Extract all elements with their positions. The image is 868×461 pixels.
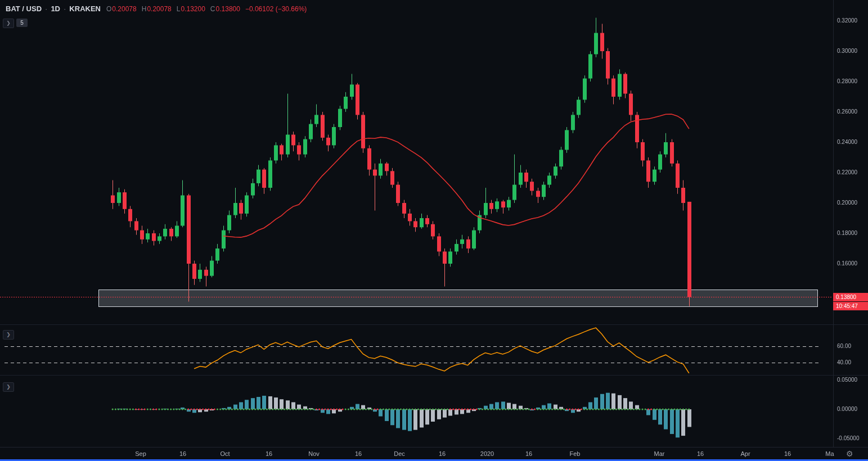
time-axis-tick: Feb [570,450,581,457]
main-pane-controls: ❯ 5 [3,19,28,28]
chevron-right-icon[interactable]: ❯ [3,330,14,340]
symbol-name: BAT / USD [6,4,42,13]
price-axis-label: 0.24000 [837,139,857,146]
time-axis-tick: 16 [266,450,272,457]
time-axis-tick: Mar [654,450,665,457]
price-axis-label: 0.22000 [837,169,857,176]
time-axis-tick: 16 [525,450,532,457]
close-value: 0.13800 [216,5,240,13]
rsi-axis-label: 60.00 [837,343,851,350]
price-axis-label: 0.30000 [837,48,857,55]
price-axis-label: 0.28000 [837,78,857,85]
ohlc-readout: O0.20078 H0.20078 L0.13200 C0.13800 −0.0… [106,5,307,13]
high-value: 0.20078 [147,5,171,13]
price-axis-label: 0.18000 [837,230,857,237]
separator-dot: · [64,4,66,13]
time-axis-tick: Dec [394,450,405,457]
time-axis-tick: Apr [740,450,750,457]
interval-label: 1D [51,4,60,13]
low-value: 0.13200 [181,5,205,13]
chevron-right-icon[interactable]: ❯ [3,19,14,28]
macd-axis-label: -0.05000 [837,435,859,442]
rsi-axis-label: 40.00 [837,359,851,366]
open-label: O [106,5,111,13]
price-axis-label: 0.20000 [837,200,857,206]
symbol-title[interactable]: BAT / USD · 1D · KRAKEN [6,4,101,13]
change-value: −0.06102 (−30.66%) [245,5,307,13]
chart-canvas[interactable] [0,0,868,461]
macd-axis-label: 0.00000 [837,406,857,413]
price-axis[interactable]: 0.320000.300000.280000.260000.240000.220… [833,0,868,447]
time-axis-tick: 16 [697,450,704,457]
high-label: H [142,5,147,13]
time-axis-tick: 16 [784,450,791,457]
price-axis-label: 0.32000 [837,17,857,24]
exchange-label: KRAKEN [69,4,101,13]
time-axis-tick: Sep [135,450,146,457]
hidden-items-count-button[interactable]: 5 [16,19,28,27]
open-value: 0.20078 [112,5,136,13]
pane-separator[interactable] [0,324,868,325]
last-price-label: 0.13800 [833,293,868,301]
rsi-pane-controls: ❯ [3,330,14,340]
time-axis-tick: Oct [220,450,230,457]
price-axis-label: 0.16000 [837,260,857,267]
time-axis-tick: 16 [179,450,186,457]
bar-countdown-label: 10:45:47 [833,302,868,310]
macd-pane-controls: ❯ [3,382,14,392]
symbol-header: BAT / USD · 1D · KRAKEN O0.20078 H0.2007… [6,4,307,13]
macd-axis-label: 0.05000 [837,377,857,383]
pane-separator[interactable] [0,375,868,376]
price-axis-label: 0.26000 [837,109,857,115]
settings-gear-icon[interactable]: ⚙ [846,449,853,458]
trading-chart-window: BAT / USD · 1D · KRAKEN O0.20078 H0.2007… [0,0,868,461]
separator-dot: · [45,4,47,13]
time-axis-tick: 2020 [480,450,494,457]
time-axis-tick: 16 [439,450,446,457]
time-axis-tick: 16 [355,450,362,457]
time-axis-tick: Ma [825,450,834,457]
low-label: L [177,5,181,13]
chevron-right-icon[interactable]: ❯ [3,382,14,392]
time-axis-tick: Nov [308,450,320,457]
close-label: C [210,5,215,13]
